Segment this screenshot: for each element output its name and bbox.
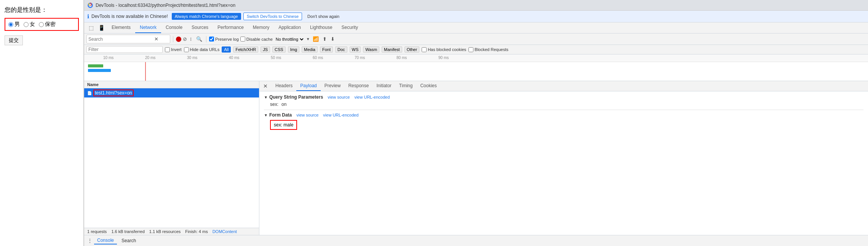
page-area: 您的是性别是： 男 女 保密 提交 (0, 0, 84, 246)
blocked-requests-checkbox[interactable] (468, 47, 473, 52)
tick-60ms: 60 ms (313, 56, 323, 60)
clear-search-button[interactable]: ✕ (153, 36, 160, 42)
bottom-tab-search[interactable]: Search (118, 237, 139, 244)
blocked-requests-label[interactable]: Blocked Requests (468, 47, 508, 52)
resources-size: 1.1 kB resources (149, 229, 181, 234)
radio-secret[interactable]: 保密 (39, 21, 56, 28)
tab-application[interactable]: Application (274, 22, 305, 33)
search-input[interactable] (88, 37, 153, 42)
query-param-value: on (281, 102, 286, 107)
has-blocked-cookies-checkbox[interactable] (422, 47, 427, 52)
disable-cache-checkbox[interactable] (240, 37, 245, 42)
invert-label[interactable]: Invert (165, 47, 182, 52)
tab-elements[interactable]: Elements (107, 22, 135, 33)
tick-70ms: 70 ms (355, 56, 365, 60)
filter-doc-button[interactable]: Doc (335, 46, 347, 53)
tab-sources[interactable]: Sources (187, 22, 213, 33)
page-question: 您的是性别是： (5, 6, 79, 14)
radio-female[interactable]: 女 (24, 21, 35, 28)
submit-button[interactable]: 提交 (5, 35, 23, 45)
requests-pane: Name 📄 test1.html?sex=on 1 requests 1.6 … (84, 81, 259, 235)
three-dots-icon[interactable]: ⋮ (87, 238, 93, 244)
infobar-text: DevTools is now available in Chinese! (91, 14, 168, 19)
form-view-source-link[interactable]: view source (296, 113, 318, 117)
filter-img-button[interactable]: Img (288, 46, 299, 53)
devtools-panel: DevTools - localhost:63342/pythonProject… (84, 0, 868, 246)
details-pane: ✕ Headers Payload Preview Response Initi… (259, 81, 868, 235)
name-column-header: Name (87, 82, 256, 87)
filter-ws-button[interactable]: WS (350, 46, 361, 53)
table-row[interactable]: 📄 test1.html?sex=on (84, 88, 259, 97)
tab-lighthouse[interactable]: Lighthouse (305, 22, 337, 33)
tab-console[interactable]: Console (161, 22, 187, 33)
bottom-tab-console[interactable]: Console (94, 237, 117, 244)
clear-button[interactable]: ⊘ (183, 36, 187, 42)
tab-security[interactable]: Security (337, 22, 363, 33)
filter-wasm-button[interactable]: Wasm (363, 46, 379, 53)
view-encoded-link[interactable]: view URL-encoded (354, 95, 390, 99)
filter-js-button[interactable]: JS (261, 46, 270, 53)
timeline-area: 10 ms 20 ms 30 ms 40 ms 50 ms 60 ms 70 m… (84, 54, 868, 81)
dom-content-link[interactable]: DOMContent (213, 229, 237, 234)
radio-male[interactable]: 男 (8, 21, 20, 28)
filter-all-button[interactable]: All (222, 46, 231, 53)
details-tab-initiator[interactable]: Initiator (372, 81, 395, 91)
details-tab-payload[interactable]: Payload (296, 81, 320, 91)
tick-80ms: 80 ms (396, 56, 407, 60)
details-tab-response[interactable]: Response (344, 81, 372, 91)
device-icon[interactable]: 📱 (96, 22, 107, 33)
filter-input[interactable] (88, 47, 149, 52)
hide-data-urls-checkbox[interactable] (184, 47, 189, 52)
form-view-encoded-link[interactable]: view URL-encoded (323, 113, 358, 117)
filter-input-wrap (86, 46, 163, 53)
disable-cache-label[interactable]: Disable cache (240, 37, 273, 42)
timeline-bar-blue (88, 69, 111, 72)
status-bar: 1 requests 1.6 kB transferred 1.1 kB res… (84, 228, 259, 235)
search-icon[interactable]: 🔍 (195, 36, 203, 42)
details-tab-headers[interactable]: Headers (272, 81, 296, 91)
inspect-icon[interactable]: ⬚ (86, 22, 96, 33)
preserve-log-checkbox[interactable] (209, 37, 214, 42)
filter-media-button[interactable]: Media (302, 46, 318, 53)
switch-devtools-button[interactable]: Switch DevTools to Chinese (243, 13, 302, 20)
search-wrap: ✕ (86, 35, 170, 43)
view-source-link[interactable]: view source (328, 95, 350, 99)
requests-body: 📄 test1.html?sex=on (84, 88, 259, 228)
devtools-titlebar: DevTools - localhost:63342/pythonProject… (84, 0, 868, 11)
tab-network[interactable]: Network (135, 22, 161, 33)
tick-10ms: 10 ms (103, 56, 113, 60)
network-conditions-icon[interactable]: 📶 (312, 36, 320, 42)
filter-css-button[interactable]: CSS (272, 46, 286, 53)
preserve-log-label[interactable]: Preserve log (209, 37, 239, 42)
match-language-button[interactable]: Always match Chrome's language (172, 13, 241, 20)
export-icon[interactable]: ⬇ (329, 36, 336, 42)
import-icon[interactable]: ⬆ (321, 36, 328, 42)
filter-manifest-button[interactable]: Manifest (382, 46, 402, 53)
filter-icon[interactable]: ⫶ (189, 36, 193, 42)
record-button[interactable] (176, 37, 181, 42)
info-bar: ℹ DevTools is now available in Chinese! … (84, 11, 868, 22)
transferred-size: 1.6 kB transferred (111, 229, 144, 234)
timeline-bar-green (88, 64, 103, 67)
throttle-select[interactable]: No throttling (274, 37, 305, 42)
has-blocked-cookies-label[interactable]: Has blocked cookies (422, 47, 466, 52)
filter-font-button[interactable]: Font (320, 46, 333, 53)
invert-checkbox[interactable] (165, 47, 170, 52)
chrome-icon (87, 2, 93, 8)
toolbar-separator (173, 36, 173, 42)
dismiss-button[interactable]: Don't show again (304, 13, 342, 20)
finish-time: Finish: 4 ms (185, 229, 208, 234)
hide-data-urls-label[interactable]: Hide data URLs (184, 47, 220, 52)
details-close-button[interactable]: ✕ (262, 81, 269, 91)
query-string-section-title: ▼ Query String Parameters view source vi… (264, 94, 863, 100)
tick-50ms: 50 ms (271, 56, 281, 60)
filter-other-button[interactable]: Other (404, 46, 420, 53)
requests-count: 1 requests (87, 229, 107, 234)
tab-memory[interactable]: Memory (248, 22, 274, 33)
filter-fetchxhr-button[interactable]: Fetch/XHR (233, 46, 258, 53)
tab-performance[interactable]: Performance (213, 22, 248, 33)
details-tab-cookies[interactable]: Cookies (416, 81, 440, 91)
details-tab-preview[interactable]: Preview (321, 81, 345, 91)
details-tab-timing[interactable]: Timing (395, 81, 417, 91)
filter-bar: Invert Hide data URLs All Fetch/XHR JS C… (84, 45, 868, 54)
